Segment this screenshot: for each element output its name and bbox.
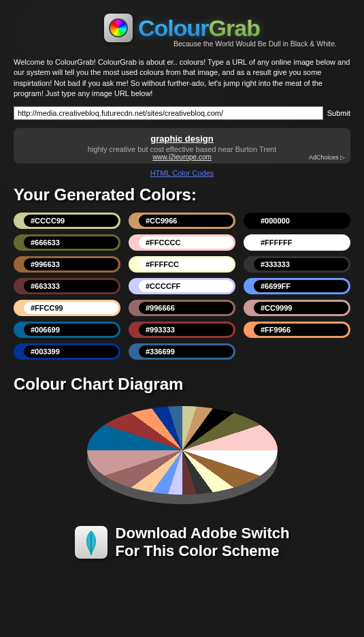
logo-text: ColourGrab [138, 15, 260, 42]
ad-title: graphic design [22, 134, 342, 144]
color-hex-label: #003399 [24, 345, 118, 358]
html-codes-link[interactable]: HTML Color Codes [150, 169, 214, 177]
color-pill[interactable]: #996666 [129, 300, 235, 316]
color-hex-label: #CC9999 [254, 302, 348, 314]
pie-chart [14, 406, 350, 501]
color-hex-label: #FFFFFF [254, 236, 348, 249]
color-pill[interactable]: #663333 [14, 278, 120, 294]
color-hex-label: #6699FF [254, 280, 348, 292]
logo-word-colour: Colour [138, 15, 209, 41]
html-codes-link-wrap: HTML Color Codes [14, 166, 350, 178]
color-wheel-icon [109, 18, 128, 37]
color-hex-label: #FFCCCC [139, 236, 233, 249]
color-pill[interactable]: #000000 [244, 213, 350, 229]
color-hex-label: #006699 [24, 324, 118, 336]
color-hex-label: #FFFFCC [139, 258, 233, 270]
color-hex-label: #CC9966 [139, 215, 233, 227]
color-grid: #CCCC99#CC9966#000000#666633#FFCCCC#FFFF… [14, 213, 350, 360]
color-hex-label: #CCCC99 [24, 215, 118, 227]
ad-desc: highly creative but cost effective based… [22, 145, 342, 153]
color-hex-label: #666633 [24, 236, 118, 249]
color-hex-label: #996633 [24, 258, 118, 270]
logo-icon [104, 14, 133, 42]
color-hex-label: #663333 [24, 280, 118, 292]
color-pill[interactable]: #006699 [14, 322, 120, 338]
color-hex-label: #CCCCFF [139, 280, 233, 292]
download-row[interactable]: Download Adobe Switch For This Color Sch… [14, 525, 350, 561]
download-line2: For This Color Scheme [116, 542, 290, 560]
color-pill[interactable]: #666633 [14, 234, 120, 251]
tagline: Because the World Would Be Dull in Black… [14, 40, 337, 48]
color-hex-label: #FFCC99 [24, 302, 118, 314]
color-pill[interactable]: #996633 [14, 256, 120, 273]
color-pill[interactable]: #993333 [129, 322, 235, 338]
chart-title: Colour Chart Diagram [14, 375, 350, 394]
color-pill[interactable]: #003399 [14, 343, 120, 360]
download-line1: Download Adobe Switch [116, 525, 290, 542]
color-pill[interactable]: #CC9966 [129, 213, 235, 229]
color-pill[interactable]: #6699FF [244, 278, 350, 294]
generated-colors-title: Your Generated Colors: [14, 185, 350, 204]
color-pill[interactable]: #CC9999 [244, 300, 350, 316]
color-pill[interactable]: #FFCC99 [14, 300, 120, 316]
color-hex-label: #336699 [139, 345, 233, 358]
color-pill[interactable]: #333333 [244, 256, 350, 273]
url-form: Submit [14, 106, 350, 120]
submit-button[interactable]: Submit [327, 109, 350, 117]
color-hex-label: #000000 [254, 215, 348, 227]
feather-icon [75, 526, 107, 559]
color-hex-label: #996666 [139, 302, 233, 314]
color-pill[interactable]: #CCCC99 [14, 213, 120, 229]
color-pill[interactable]: #FF9966 [244, 322, 350, 338]
adchoices-label[interactable]: AdChoices ▷ [309, 154, 345, 161]
intro-text: Welcome to ColourGrab! ColourGrab is abo… [14, 57, 350, 99]
ad-box[interactable]: graphic design highly creative but cost … [14, 128, 350, 164]
ad-url: www.i2ieurope.com [22, 153, 342, 161]
color-pill[interactable]: #CCCCFF [129, 278, 235, 294]
header: ColourGrab [14, 0, 350, 42]
color-pill[interactable]: #FFFFFF [244, 234, 350, 251]
color-hex-label: #333333 [254, 258, 348, 270]
pie-top [87, 406, 278, 495]
color-hex-label: #993333 [139, 324, 233, 336]
download-text: Download Adobe Switch For This Color Sch… [116, 525, 290, 561]
color-hex-label: #FF9966 [254, 324, 348, 336]
color-pill[interactable]: #FFFFCC [129, 256, 235, 273]
color-pill[interactable]: #336699 [129, 343, 235, 360]
logo-word-grab: Grab [209, 15, 260, 41]
url-input[interactable] [14, 106, 323, 120]
color-pill[interactable]: #FFCCCC [129, 234, 235, 251]
